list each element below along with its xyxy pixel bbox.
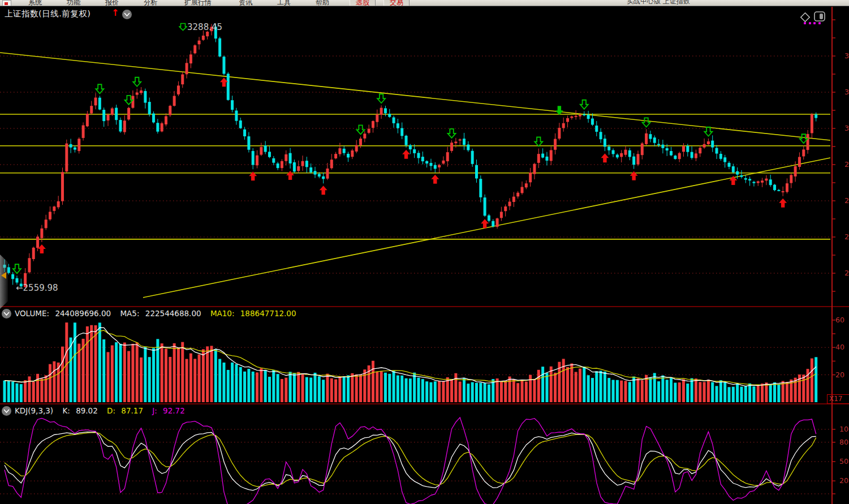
sell-signal-arrow xyxy=(535,137,542,146)
sell-signal-arrow xyxy=(377,94,385,103)
kdj-k-value: 89.02 xyxy=(76,406,98,415)
price-up-arrow-icon: ↑ xyxy=(111,7,119,18)
sell-signal-arrow xyxy=(133,77,141,87)
volume-axis-multiplier: X17 xyxy=(827,394,849,404)
price-axis-label: 3200 xyxy=(844,52,849,60)
left-scroll-handle[interactable] xyxy=(0,255,8,309)
collapse-volume-chevron-icon[interactable] xyxy=(2,309,11,318)
buy-signal-arrow xyxy=(286,171,294,180)
sell-signal-arrow-solid xyxy=(555,106,563,115)
kdj-axis-label: 20 xyxy=(839,477,848,485)
kdj-d-label: D: xyxy=(107,406,115,415)
peak-price-label: 3288.45 xyxy=(179,22,222,32)
chart-canvas[interactable] xyxy=(0,0,849,504)
app-icon[interactable] xyxy=(2,0,11,6)
price-axis-label: 3000 xyxy=(844,124,849,132)
chart-title: 上证指数(日线.前复权) xyxy=(5,8,90,19)
trading-terminal-window: 系统 功能 报价 分析 扩展行情 资讯 工具 帮助 选股 交易 实战中心版 上证… xyxy=(0,0,849,504)
kdj-axis-label: 80 xyxy=(839,438,848,446)
price-axis-label: 2700 xyxy=(844,233,849,241)
menu-item-help[interactable]: 帮助 xyxy=(303,0,342,6)
buy-signal-arrow xyxy=(431,175,439,184)
menu-item-function[interactable]: 功能 xyxy=(54,0,93,6)
volume-axis-label: 40 xyxy=(835,343,844,351)
volume-ma10-label: MA10: xyxy=(210,309,235,318)
volume-bars-layer xyxy=(3,322,818,402)
menu-button-stock-pick[interactable]: 选股 xyxy=(350,0,376,6)
menu-item-quote[interactable]: 报价 xyxy=(93,0,131,6)
menu-item-analysis[interactable]: 分析 xyxy=(131,0,170,6)
volume-axis-label: 60 xyxy=(835,316,844,324)
kdj-axis-label: 50 xyxy=(839,458,848,466)
volume-ma5-value: 222544688.00 xyxy=(145,309,201,318)
buy-signal-arrow xyxy=(601,153,609,162)
kdj-lines-layer xyxy=(5,417,816,504)
peak-green-arrow-icon xyxy=(179,23,187,31)
sell-signal-arrow xyxy=(448,129,456,138)
price-axis-label: 2600 xyxy=(844,269,849,277)
sell-signal-arrow xyxy=(643,118,650,127)
buy-signal-arrow xyxy=(320,186,327,195)
menubar: 系统 功能 报价 分析 扩展行情 资讯 工具 帮助 选股 交易 实战中心版 上证… xyxy=(0,0,849,6)
window-caption: 实战中心版 上证指数 xyxy=(627,0,690,6)
candles-layer xyxy=(3,24,818,287)
kdj-d-value: 87.17 xyxy=(121,406,143,415)
menu-button-trade[interactable]: 交易 xyxy=(383,0,410,6)
kdj-header: KDJ(9,3,3) K: 89.02 D: 87.17 J: 92.72 xyxy=(15,406,192,415)
buy-signal-arrow xyxy=(779,199,787,208)
volume-ma10-value: 188647712.00 xyxy=(240,309,296,318)
collapse-kdj-chevron-icon[interactable] xyxy=(2,406,11,416)
kdj-j-label: J: xyxy=(152,406,157,415)
volume-axis-label: 20 xyxy=(835,371,844,379)
scroll-left-arrow-icon[interactable] xyxy=(1,272,6,279)
volume-label: VOLUME: xyxy=(15,309,49,318)
sell-signal-arrow xyxy=(13,264,21,273)
menu-item-tools[interactable]: 工具 xyxy=(265,0,303,6)
menu-item-system[interactable]: 系统 xyxy=(16,0,54,6)
kdj-k-label: K: xyxy=(62,406,70,415)
magenta-dots-indicator xyxy=(804,22,821,24)
menu-item-news[interactable]: 资讯 xyxy=(226,0,265,6)
low-price-label: ←2559.98 xyxy=(16,283,58,293)
sell-signal-arrow xyxy=(704,127,712,136)
menu-item-extended-quote[interactable]: 扩展行情 xyxy=(170,0,226,6)
volume-ma5-label: MA5: xyxy=(120,309,139,318)
buy-signal-arrow xyxy=(402,150,410,159)
price-axis-label: 2900 xyxy=(844,161,849,169)
volume-value: 244089696.00 xyxy=(55,309,111,318)
sell-signal-arrow xyxy=(357,125,365,134)
kdj-axis-label: 100 xyxy=(839,425,849,433)
volume-header: VOLUME: 244089696.00 MA5: 222544688.00 M… xyxy=(15,309,303,318)
collapse-main-chevron-icon[interactable] xyxy=(122,10,132,19)
kdj-j-value: 92.72 xyxy=(163,406,185,415)
kdj-label: KDJ(9,3,3) xyxy=(15,406,53,415)
price-axis-label: 3100 xyxy=(844,88,849,96)
volume-ma-layer xyxy=(5,328,816,386)
price-axis-label: 2800 xyxy=(844,197,849,205)
sell-signal-arrow xyxy=(580,100,588,109)
